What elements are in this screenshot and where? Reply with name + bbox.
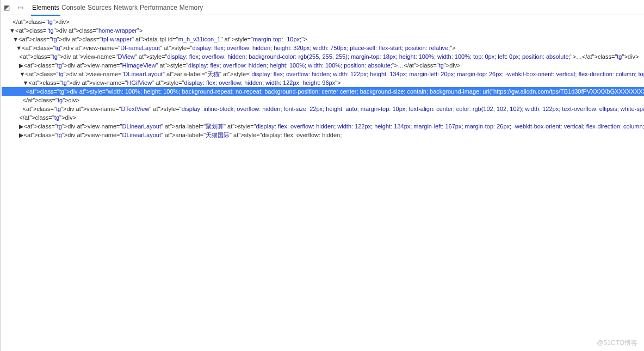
inspect-icon[interactable]: ◩ (4, 4, 10, 11)
devtools-tabs: ◩ ▭ ElementsConsoleSourcesNetworkPerform… (1, 0, 644, 15)
dom-line[interactable]: <at">class="tg">div at">view-name="DText… (2, 104, 644, 113)
tab-elements[interactable]: Elements (31, 1, 60, 16)
dom-line[interactable]: ▼<at">class="tg">div at">class="home-wra… (2, 26, 644, 35)
dom-tree[interactable]: </at">class="tg">div> ▼<at">class="tg">d… (1, 15, 644, 351)
dom-line[interactable]: ▼<at">class="tg">div at">class="tpl-wrap… (2, 35, 644, 44)
dom-line[interactable]: <at">class="tg">div at">style="width: 10… (2, 87, 644, 96)
tab-network[interactable]: Network (113, 1, 139, 15)
dom-line[interactable]: </at">class="tg">div> (2, 113, 644, 122)
dom-line[interactable]: <at">class="tg">div at">view-name="DView… (2, 52, 644, 61)
dom-line[interactable]: ▶<at">class="tg">div at">view-name="HIma… (2, 61, 644, 70)
tab-memory[interactable]: Memory (178, 1, 204, 15)
dom-line[interactable]: </at">class="tg">div> (2, 96, 644, 104)
dom-line[interactable]: ▶<at">class="tg">div at">view-name="DLin… (2, 122, 644, 131)
tab-console[interactable]: Console (60, 1, 86, 15)
devtools-panel: ◩ ▭ ElementsConsoleSourcesNetworkPerform… (0, 0, 644, 351)
dom-line[interactable]: ▼<at">class="tg">div at">view-name="HGif… (2, 78, 644, 87)
dom-line[interactable]: ▶<at">class="tg">div at">view-name="DLin… (2, 131, 644, 139)
device-icon[interactable]: ▭ (17, 4, 23, 11)
dom-line[interactable]: ▼<at">class="tg">div at">view-name="DLin… (2, 70, 644, 78)
tab-performance[interactable]: Performance (139, 1, 178, 15)
watermark: @51CTO博客 (597, 338, 637, 348)
dom-line[interactable]: ▼<at">class="tg">div at">view-name="DFra… (2, 44, 644, 52)
dom-line[interactable]: </at">class="tg">div> (2, 17, 644, 26)
tab-sources[interactable]: Sources (86, 1, 113, 15)
